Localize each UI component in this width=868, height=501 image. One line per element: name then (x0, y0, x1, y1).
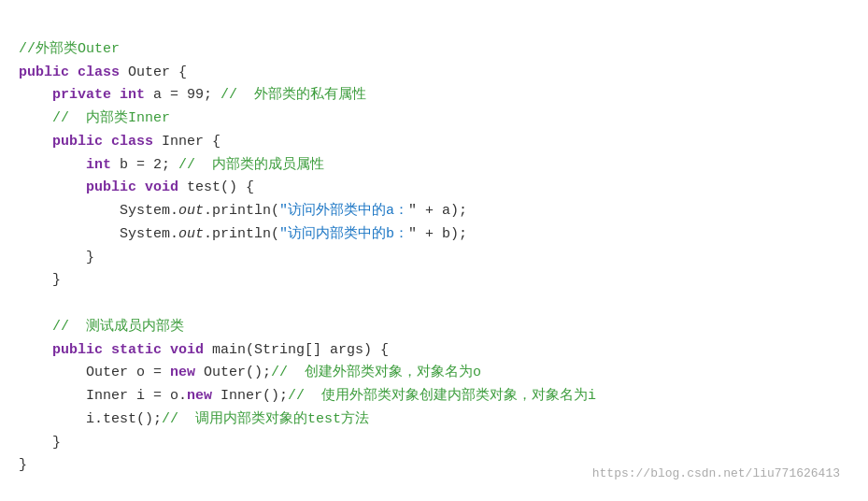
line-comment-outer: //外部类Outer (19, 41, 120, 57)
line-outer-obj: Outer o = new Outer();// 创建外部类对象，对象名为o (19, 365, 481, 380)
line-close-outer: } (19, 457, 27, 473)
watermark: https://blog.csdn.net/liu771626413 (592, 465, 840, 484)
line-method-test: public void test() { (19, 179, 254, 195)
line-inner-obj: Inner i = o.new Inner();// 使用外部类对象创建内部类对… (19, 388, 596, 404)
line-class-inner: public class Inner { (19, 134, 221, 150)
line-comment-inner: // 内部类Inner (19, 110, 170, 126)
line-field-a: private int a = 99; // 外部类的私有属性 (19, 87, 366, 103)
line-println-b: System.out.println("访问内部类中的b：" + b); (19, 226, 467, 242)
line-field-b: int b = 2; // 内部类的成员属性 (19, 157, 324, 173)
line-close-main: } (19, 435, 61, 451)
line-call-test: i.test();// 调用内部类对象的test方法 (19, 411, 369, 427)
line-class-outer: public class Outer { (19, 64, 187, 80)
line-main: public static void main(String[] args) { (19, 342, 389, 358)
line-comment-test: // 测试成员内部类 (19, 319, 184, 335)
code-container: //外部类Outer public class Outer { private … (0, 0, 868, 501)
code-block: //外部类Outer public class Outer { private … (19, 15, 849, 478)
line-close-inner: } (19, 272, 61, 288)
line-close-test: } (19, 250, 94, 265)
line-println-a: System.out.println("访问外部类中的a：" + a); (19, 203, 467, 219)
